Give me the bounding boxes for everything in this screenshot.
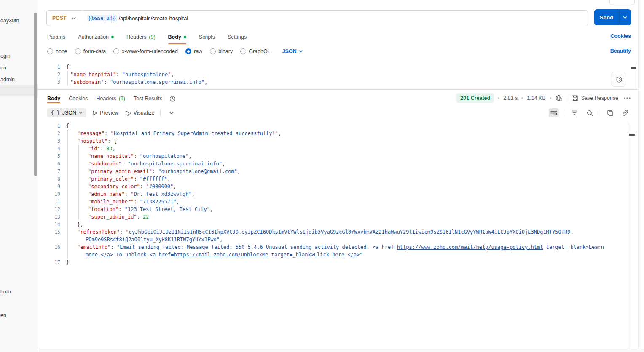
code-text: POm9e9SBsct8iQ2aO01tyu_XyH8K11RTW7gYUYx3… xyxy=(66,236,223,243)
body-mode-x-www-form-urlencoded[interactable]: x-www-form-urlencoded xyxy=(113,48,178,54)
sidebar-item[interactable]: en xyxy=(0,64,6,72)
response-code-line: 9"secondary_color": "#000000", xyxy=(38,183,632,190)
url-input[interactable]: {{base_url}} /api/hospitals/create-hospi… xyxy=(82,15,188,21)
tab-settings[interactable]: Settings xyxy=(228,32,247,43)
response-tabs: BodyCookiesHeaders(9)Test Results xyxy=(47,93,162,104)
tab-body[interactable]: Body xyxy=(47,96,60,101)
braces-icon: { } xyxy=(51,110,60,116)
postbot-button[interactable] xyxy=(611,72,626,87)
tab-headers[interactable]: Headers(9) xyxy=(96,96,125,101)
sparkle-wand-icon xyxy=(125,110,131,116)
response-history-group xyxy=(162,93,177,104)
response-code-line: 1{ xyxy=(38,122,632,130)
tab-cookies[interactable]: Cookies xyxy=(69,96,88,101)
line-number: 11 xyxy=(38,198,60,205)
visualize-button[interactable]: Visualize xyxy=(125,110,155,116)
link-icon[interactable] xyxy=(620,108,631,117)
request-url-bar: POST {{base_url}} /api/hospitals/create-… xyxy=(46,10,588,26)
response-scrollbar-track xyxy=(629,122,629,349)
body-mode-none[interactable]: none xyxy=(47,48,67,54)
line-number: 9 xyxy=(38,183,60,190)
body-mode-row: noneform-datax-www-form-urlencodedrawbin… xyxy=(47,47,303,56)
sidebar-item[interactable] xyxy=(0,85,38,96)
response-tools xyxy=(549,107,631,118)
request-response-divider[interactable] xyxy=(38,89,638,90)
preview-button[interactable]: Preview xyxy=(92,110,118,116)
cookies-link[interactable]: Cookies xyxy=(610,33,631,39)
request-code-line[interactable]: 1{ xyxy=(38,63,632,71)
postbot-sparkle-icon xyxy=(615,75,623,83)
body-mode-raw[interactable]: raw xyxy=(185,48,202,54)
sidebar-item[interactable]: admin xyxy=(0,76,15,83)
response-size: 1.14 KB xyxy=(527,95,545,101)
sidebar-item[interactable]: ogin xyxy=(0,52,11,60)
code-text: "name_hospital": "ourhospitalone", xyxy=(66,152,192,160)
globe-lock-icon[interactable] xyxy=(555,94,563,102)
dot-separator xyxy=(498,97,499,99)
sidebar-item[interactable]: en xyxy=(0,312,6,319)
tab-authorization[interactable]: Authorization xyxy=(78,32,114,43)
sidebar-item[interactable]: day30th xyxy=(0,17,19,24)
method-selector[interactable]: POST xyxy=(47,11,82,26)
response-time: 2.81 s xyxy=(503,95,518,101)
body-mode-binary[interactable]: binary xyxy=(210,48,233,54)
request-code-line[interactable]: 2"name_hospital": "ourhospitalone", xyxy=(38,71,632,78)
chevron-down-icon xyxy=(72,17,76,20)
preview-label: Preview xyxy=(100,110,118,116)
api-client-window: day30thoginenadminhotoen POST {{base_url… xyxy=(0,0,644,352)
body-mode-form-data[interactable]: form-data xyxy=(75,48,106,54)
request-editor-scrollbar-thumb[interactable] xyxy=(631,67,636,69)
chevron-down-icon[interactable] xyxy=(619,16,631,19)
response-format-select[interactable]: { } JSON xyxy=(47,108,86,117)
body-mode-graphql[interactable]: GraphQL xyxy=(240,48,270,54)
radio-icon xyxy=(47,48,53,54)
tab-scripts[interactable]: Scripts xyxy=(199,32,215,43)
code-text: "message": "Hospital and Primary SuperAd… xyxy=(66,130,281,137)
tab-params[interactable]: Params xyxy=(47,32,65,43)
filter-icon[interactable] xyxy=(569,108,580,117)
radio-icon xyxy=(240,48,246,54)
code-text: "primary_admin_email": "ourhospitalone@g… xyxy=(66,168,240,175)
history-clock-icon[interactable] xyxy=(167,94,177,103)
wrap-text-icon[interactable] xyxy=(549,108,559,117)
response-code-line: 16"emailInfo": "Email sending failed: Me… xyxy=(38,243,632,251)
raw-language-select[interactable]: JSON xyxy=(282,48,303,54)
chevron-down-icon[interactable] xyxy=(166,108,177,117)
right-rail xyxy=(638,0,644,352)
tab-test-results[interactable]: Test Results xyxy=(134,96,162,101)
response-code-line: 4"id": 83, xyxy=(38,145,632,152)
line-number: 3 xyxy=(38,78,60,86)
line-number: 1 xyxy=(38,63,60,71)
sidebar-scrollbar[interactable] xyxy=(34,13,37,176)
tab-headers[interactable]: Headers(9) xyxy=(126,32,156,43)
divider xyxy=(567,95,567,101)
visualize-label: Visualize xyxy=(134,110,155,116)
tab-body[interactable]: Body xyxy=(168,32,186,43)
response-scrollbar-thumb[interactable] xyxy=(629,134,635,136)
more-options-icon[interactable] xyxy=(623,97,631,99)
request-code-line[interactable]: 3"subdomain": "ourhospitalone.spurrinai.… xyxy=(38,78,632,86)
code-text: "location": "123 Test Street, Test City"… xyxy=(66,205,213,213)
response-view-toolbar: { } JSON Preview Visualize xyxy=(47,107,177,118)
sidebar-item[interactable]: hoto xyxy=(0,288,11,296)
beautify-link[interactable]: Beautify xyxy=(610,48,631,54)
save-response-button[interactable]: Save Response xyxy=(572,95,618,101)
send-button[interactable]: Send xyxy=(594,9,631,25)
line-number: 1 xyxy=(38,122,60,130)
save-response-label: Save Response xyxy=(581,95,618,101)
url-variable-chip[interactable]: {{base_url}} xyxy=(87,15,117,21)
response-code-line: 2"message": "Hospital and Primary SuperA… xyxy=(38,130,632,137)
response-code-line: 8"primary_color": "#ffffff", xyxy=(38,175,632,183)
top-right-button[interactable] xyxy=(609,0,635,5)
chevron-down-icon xyxy=(79,112,83,114)
line-number: 8 xyxy=(38,175,60,183)
code-text: more.</a> To unblock <a href=https://mai… xyxy=(66,251,362,259)
code-text: "name_hospital": "ourhospitalone", xyxy=(66,71,174,78)
search-icon[interactable] xyxy=(585,108,595,117)
copy-icon[interactable] xyxy=(605,108,615,117)
response-code-line: 15"refreshToken": "eyJhbGciOiJIUzI1NiIsI… xyxy=(38,228,632,236)
divider xyxy=(162,95,162,102)
line-number: 2 xyxy=(38,71,60,78)
radio-icon xyxy=(75,48,81,54)
response-code-line: 7"primary_admin_email": "ourhospitalone@… xyxy=(38,168,632,175)
